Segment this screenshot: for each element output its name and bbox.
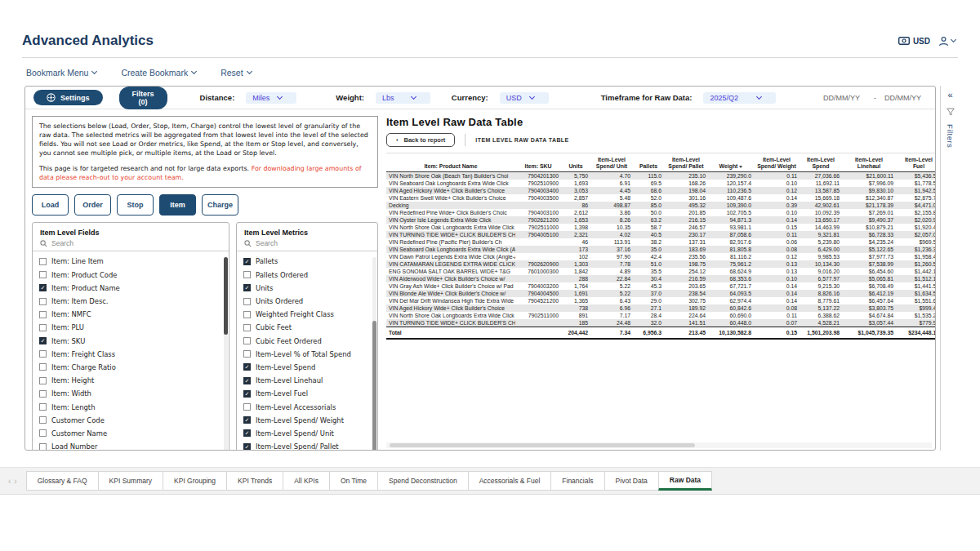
field-checkbox-row[interactable]: Customer Name [39,427,224,440]
reset-dropdown[interactable]: Reset [220,68,251,78]
page-tab-pivot-data[interactable]: Pivot Data [604,471,659,491]
back-to-report-button[interactable]: ‹ Back to report [386,133,455,147]
table-row[interactable]: VIN North Shore Oak Longboards Extra Wid… [386,224,936,231]
field-checkbox[interactable] [39,403,47,411]
field-checkbox[interactable]: ✓ [39,284,47,291]
field-checkbox[interactable] [39,298,47,305]
page-tab-spend-deconstruction[interactable]: Spend Deconstruction [377,471,469,491]
page-tab-financials[interactable]: Financials [550,471,604,491]
field-checkbox-row[interactable]: Item: Product Code [39,269,224,282]
field-checkbox[interactable] [39,443,47,451]
metric-checkbox-row[interactable]: Item-Level Accessorials [243,400,372,413]
page-tab-raw-data[interactable]: Raw Data [658,471,712,491]
column-header[interactable]: Units [561,155,590,171]
raw-data-table-tab[interactable]: ITEM LEVEL RAW DATA TABLE [475,137,568,143]
metric-checkbox-row[interactable]: ✓Units [243,282,372,295]
metric-checkbox-row[interactable]: ✓Item-Level Linehaul [243,374,372,387]
column-header[interactable]: Item-Level Spend/ Pallet [664,155,708,171]
table-row[interactable]: Decking86498.8785.0495.32109,390.00.3942… [386,202,936,209]
field-checkbox[interactable] [39,363,47,371]
field-checkbox[interactable] [39,390,47,398]
metric-checkbox-row[interactable]: Cubic Feet Ordered [243,335,372,348]
filters-button[interactable]: Filters (0) [119,87,167,109]
metric-checkbox[interactable] [243,337,251,344]
field-checkbox-row[interactable]: Item: Width [39,387,224,400]
metric-checkbox-row[interactable]: ✓Item-Level Spend/ Pallet [243,440,372,451]
field-checkbox-row[interactable]: Item: Charge Ratio [39,361,224,374]
filters-panel-label[interactable]: Filters [946,124,955,148]
level-button-order[interactable]: Order [74,194,111,216]
field-checkbox[interactable] [39,271,47,278]
table-row[interactable]: VIN Del Mar Drift Windansea High Tide Ex… [386,297,936,304]
table-row[interactable]: VIN North Shore Oak Longboards Extra Wid… [386,312,936,319]
page-tab-accessorials-fuel[interactable]: Accessorials & Fuel [468,471,552,491]
fields-scrollbar[interactable] [224,257,228,451]
timeframe-select[interactable]: 2025/Q2 [703,92,776,104]
metric-checkbox-row[interactable]: Item-Level % of Total Spend [243,348,372,361]
table-row[interactable]: ENG SONOMA SALT OAK BARREL WIDE+ T&G7601… [386,268,936,275]
metric-checkbox[interactable] [243,311,251,318]
metric-checkbox-row[interactable]: Cubic Feet [243,321,372,334]
table-row[interactable]: VIN Alderwood Wide+ Click Builder's Choi… [386,275,936,282]
weight-select[interactable]: Lbs [376,92,430,104]
metric-checkbox-row[interactable]: ✓Item-Level Fuel [243,387,372,400]
table-row[interactable]: VIN TURNING TIDE WIDE+ CLICK BUILDER'S C… [386,231,936,238]
date-from-input[interactable]: DD/MM/YY [823,94,866,102]
metric-checkbox[interactable]: ✓ [243,429,251,437]
fields-search-input[interactable]: Search [33,238,229,251]
field-checkbox-row[interactable]: Item: Length [39,400,224,413]
metric-checkbox-row[interactable]: ✓Item-Level Spend [243,361,372,374]
distance-select[interactable]: Miles [246,92,296,104]
column-header[interactable]: Item-Level Spend/ Weight [754,155,800,171]
metric-checkbox[interactable]: ✓ [243,416,251,424]
metric-checkbox[interactable] [243,350,251,358]
bookmark-menu-dropdown[interactable]: Bookmark Menu [26,68,96,78]
level-button-load[interactable]: Load [32,194,69,216]
table-row[interactable]: VIN Aged Hickory Wide+ Click Builder's C… [386,187,936,194]
table-row[interactable]: VIN Blonde Ale Wide+ Click Builder's Cho… [386,290,936,297]
currency-badge[interactable]: USD [898,37,930,46]
field-checkbox-row[interactable]: Load Number [39,440,224,451]
metric-checkbox[interactable]: ✓ [243,363,251,371]
page-tab-kpi-grouping[interactable]: KPI Grouping [163,471,227,491]
metric-checkbox[interactable] [243,324,251,331]
field-checkbox-row[interactable]: Customer Code [39,414,224,427]
metric-checkbox-row[interactable]: ✓Pallets [243,255,372,268]
create-bookmark-dropdown[interactable]: Create Bookmark [121,68,196,78]
table-row[interactable]: VIN North Shore Oak (Beach Tan) Builder'… [386,171,936,180]
column-header[interactable]: Item: Product Name [386,155,515,171]
field-checkbox[interactable] [39,416,47,424]
metric-checkbox-row[interactable]: ✓Item-Level Spend/ Unit [243,427,372,440]
metric-checkbox[interactable] [243,403,251,411]
metric-checkbox-row[interactable]: Weighted Freight Class [243,308,372,321]
field-checkbox-row[interactable]: Item: NMFC [39,308,224,321]
table-row[interactable]: VIN Seaboard Oak Longboards Extra Wide C… [386,246,936,253]
field-checkbox-row[interactable]: ✓Item: SKU [39,335,224,348]
page-tab-on-time[interactable]: On Time [329,471,378,491]
field-checkbox[interactable] [39,377,47,384]
metric-checkbox[interactable]: ✓ [243,284,251,291]
column-header[interactable]: Item-Level Fuel [896,155,936,171]
metrics-search-input[interactable]: Search [237,238,377,251]
table-horizontal-scrollbar[interactable] [386,442,932,448]
metric-checkbox[interactable]: ✓ [243,443,251,451]
table-row[interactable]: VIN Oyster Isle Legends Extra Wide Click… [386,216,936,224]
field-checkbox-row[interactable]: Item: Freight Class [39,348,224,361]
table-row[interactable]: VIN Aged Hickory Wide+ Click Builder's C… [386,304,936,312]
table-row[interactable]: VIN CATAMARAN LEGENDS EXTRA WIDE CLICK79… [386,260,936,268]
metric-checkbox[interactable]: ✓ [243,258,251,265]
field-checkbox[interactable] [39,324,47,331]
field-checkbox[interactable] [39,258,47,265]
settings-button[interactable]: Settings [33,90,103,105]
field-checkbox-row[interactable]: Item: PLU [39,321,224,334]
tab-nav-arrows[interactable]: ‹› [5,477,27,486]
metric-checkbox-row[interactable]: Pallets Ordered [243,269,372,282]
column-header[interactable]: Item-Level Spend [800,155,842,171]
field-checkbox[interactable] [39,429,47,437]
field-checkbox[interactable] [39,350,47,358]
field-checkbox[interactable]: ✓ [39,337,47,344]
level-button-charge[interactable]: Charge [202,194,238,216]
expand-panel-icon[interactable]: « [947,91,952,100]
table-row[interactable]: VIN Dawn Patrol Legends Extra Wide Click… [386,253,936,260]
date-to-input[interactable]: DD/MM/YY [884,94,927,102]
